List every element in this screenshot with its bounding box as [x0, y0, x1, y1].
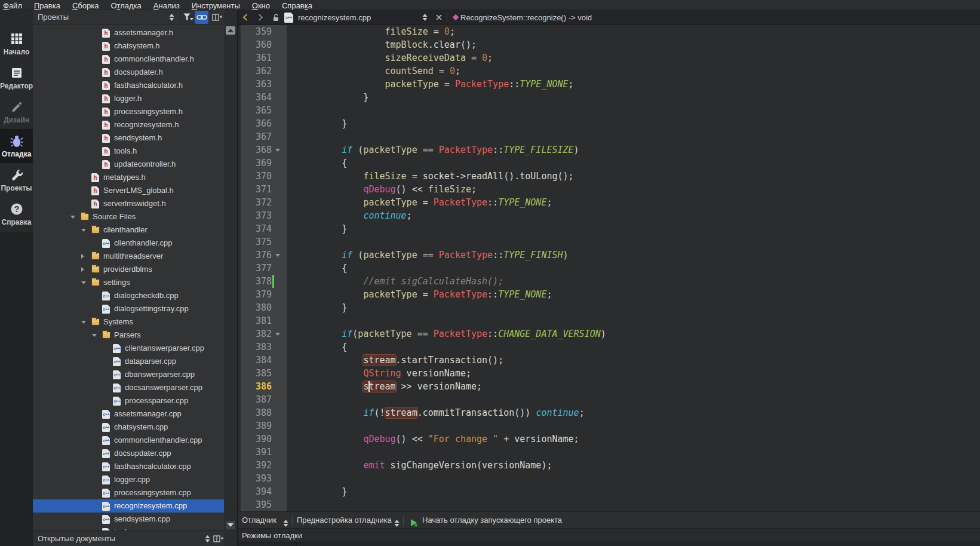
tree-scrollbar[interactable] [224, 25, 237, 530]
open-docs-split-icon[interactable] [213, 532, 223, 546]
chevron-down-icon[interactable] [81, 281, 86, 284]
symbol-selector[interactable]: RecognizeSystem::recognize() -> void [460, 10, 592, 24]
menu-анализ[interactable]: Анализ [148, 1, 186, 11]
link-with-editor-icon[interactable] [195, 11, 208, 24]
tree-item-sendsystem-cpp[interactable]: c++sendsystem.cpp [33, 513, 224, 526]
tree-item-processingsystem-cpp[interactable]: c++processingsystem.cpp [33, 486, 224, 499]
gutter-line-386[interactable]: 386 [241, 380, 287, 393]
tab-filename[interactable]: recognizesystem.cpp [298, 10, 371, 24]
open-documents-title[interactable]: Открытые документы [38, 531, 115, 546]
tree-item-docsupdater-h[interactable]: hdocsupdater.h [33, 66, 224, 79]
debugger-combo-label[interactable]: Отладчик [242, 512, 277, 528]
chevron-right-icon[interactable] [81, 267, 84, 272]
scroll-up-button[interactable] [226, 26, 235, 35]
tree-item-fasthashcalculator-cpp[interactable]: c++fasthashcalculator.cpp [33, 460, 224, 473]
tree-item-recognizesystem-h[interactable]: hrecognizesystem.h [33, 118, 224, 131]
menu-сборка[interactable]: Сборка [66, 1, 105, 11]
gutter-line-362[interactable]: 362 [241, 65, 287, 78]
gutter-line-370[interactable]: 370 [241, 170, 287, 183]
gutter-line-382[interactable]: 382 [241, 327, 287, 341]
tree-item-providerdblms[interactable]: providerdblms [33, 263, 224, 276]
tree-item-logger-h[interactable]: hlogger.h [33, 92, 224, 105]
tree-item-serverlms-global-h[interactable]: hServerLMS_global.h [33, 184, 224, 197]
tree-item-assetsmanager-cpp[interactable]: c++assetsmanager.cpp [33, 407, 224, 421]
tree-item-clienthandler[interactable]: clienthandler [33, 223, 224, 237]
tree-item-dialogsettingstray-cpp[interactable]: c++dialogsettingstray.cpp [33, 302, 224, 315]
forward-icon[interactable] [257, 10, 264, 24]
tree-item-dataparser-cpp[interactable]: c++dataparser.cpp [33, 355, 224, 368]
fold-marker-icon[interactable] [275, 254, 280, 257]
chevron-down-icon[interactable] [70, 216, 75, 219]
gutter-line-376[interactable]: 376 [241, 249, 287, 262]
gutter-line-375[interactable]: 375 [241, 235, 287, 249]
tree-item-metatypes-h[interactable]: hmetatypes.h [33, 171, 224, 184]
tree-item-assetsmanager-h[interactable]: hassetsmanager.h [33, 26, 224, 39]
tree-item-docsupdater-cpp[interactable]: c++docsupdater.cpp [33, 447, 224, 460]
gutter-line-385[interactable]: 385 [241, 367, 287, 380]
gutter-line-361[interactable]: 361 [241, 51, 287, 65]
gutter-line-383[interactable]: 383 [241, 341, 287, 354]
chevron-down-icon[interactable] [92, 334, 97, 337]
tree-item-sendsystem-h[interactable]: hsendsystem.h [33, 131, 224, 145]
tree-item-tools-h[interactable]: htools.h [33, 145, 224, 158]
menu-файл[interactable]: Файл [0, 1, 28, 11]
panel-selector-combo-icon[interactable] [167, 10, 176, 24]
gutter-line-371[interactable]: 371 [241, 183, 287, 196]
tree-item-clienthandler-cpp[interactable]: c++clienthandler.cpp [33, 237, 224, 250]
sidebar-mode-wrench[interactable]: Проекты [0, 163, 33, 197]
tree-item-multithreadserver[interactable]: multithreadserver [33, 250, 224, 263]
gutter-line-368[interactable]: 368 [241, 143, 287, 157]
chevron-right-icon[interactable] [81, 254, 84, 259]
sidebar-mode-pencil[interactable]: Дизайн [0, 95, 33, 129]
fold-marker-icon[interactable] [275, 149, 280, 152]
tree-item-docsanswerparser-cpp[interactable]: c++docsanswerparser.cpp [33, 381, 224, 394]
gutter-line-388[interactable]: 388 [241, 406, 287, 419]
tree-item-commonclienthandler-cpp[interactable]: c++commonclienthandler.cpp [33, 434, 224, 447]
chevron-down-icon[interactable] [81, 229, 86, 232]
start-debug-label[interactable]: Начать отладку запускающего проекта [422, 512, 562, 528]
gutter-line-377[interactable]: 377 [241, 262, 287, 275]
tree-item-source-files[interactable]: Source Files [33, 210, 224, 223]
tree-item-fasthashcalculator-h[interactable]: hfasthashcalculator.h [33, 79, 224, 92]
gutter-line-380[interactable]: 380 [241, 301, 287, 314]
menu-инструменты[interactable]: Инструменты [186, 1, 246, 11]
gutter-line-363[interactable]: 363 [241, 78, 287, 91]
sidebar-mode-grid[interactable]: Начало [0, 27, 33, 61]
sidebar-mode-question[interactable]: ?Справка [0, 197, 33, 231]
gutter-line-394[interactable]: 394 [241, 485, 287, 498]
gutter-line-389[interactable]: 389 [241, 419, 287, 432]
filter-icon[interactable] [183, 10, 193, 24]
tree-item-processparser-cpp[interactable]: c++processparser.cpp [33, 394, 224, 407]
split-panel-icon[interactable] [211, 10, 222, 24]
gutter-line-390[interactable]: 390 [241, 432, 287, 446]
tree-item-serverlmswidget-h[interactable]: hserverlmswidget.h [33, 197, 224, 210]
back-icon[interactable] [242, 10, 249, 24]
tree-item-dialogcheckdb-cpp[interactable]: c++dialogcheckdb.cpp [33, 289, 224, 302]
gutter-line-359[interactable]: 359 [241, 25, 287, 38]
gutter-line-393[interactable]: 393 [241, 472, 287, 485]
debugger-preset-label[interactable]: Преднастройка отладчика [297, 512, 392, 528]
tree-item-chatsystem-h[interactable]: hchatsystem.h [33, 39, 224, 53]
tree-item-dbanswerparser-cpp[interactable]: c++dbanswerparser.cpp [33, 368, 224, 381]
gutter-line-378[interactable]: 378 [241, 275, 287, 288]
tree-item-systems[interactable]: Systems [33, 315, 224, 329]
lock-icon[interactable] [272, 10, 280, 24]
code-editor[interactable]: 3593603613623633643653663673683693703713… [238, 25, 980, 511]
gutter-line-360[interactable]: 360 [241, 38, 287, 51]
menu-окно[interactable]: Окно [246, 1, 276, 11]
tree-item-logger-cpp[interactable]: c++logger.cpp [33, 473, 224, 486]
close-tab-icon[interactable] [435, 10, 443, 24]
tab-combo-icon[interactable] [422, 10, 428, 24]
tree-item-parsers[interactable]: Parsers [33, 329, 224, 342]
scroll-down-button[interactable] [226, 521, 235, 529]
gutter-line-387[interactable]: 387 [241, 393, 287, 406]
gutter-line-373[interactable]: 373 [241, 209, 287, 222]
tree-item-settings[interactable]: settings [33, 276, 224, 289]
gutter-line-381[interactable]: 381 [241, 314, 287, 327]
gutter-line-392[interactable]: 392 [241, 459, 287, 472]
gutter-line-364[interactable]: 364 [241, 91, 287, 104]
gutter-line-366[interactable]: 366 [241, 117, 287, 130]
tree-item-clientanswerparser-cpp[interactable]: c++clientanswerparser.cpp [33, 342, 224, 355]
gutter-line-395[interactable]: 395 [241, 498, 287, 511]
sidebar-mode-doc[interactable]: Редактор [0, 61, 33, 95]
